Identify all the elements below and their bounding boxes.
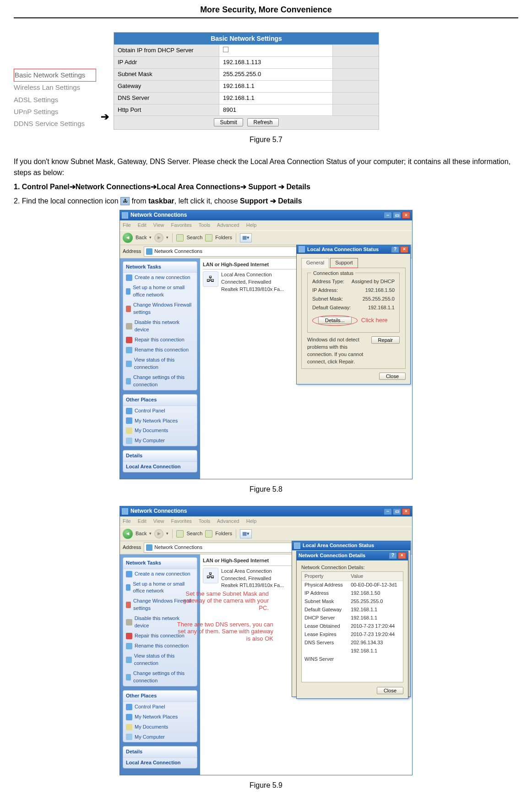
sidebar-item-basic-network[interactable]: Basic Network Settings xyxy=(14,69,96,82)
sidebar-item-wireless-lan[interactable]: Wireless Lan Settings xyxy=(14,82,96,93)
details-button[interactable]: Details... xyxy=(318,317,352,324)
tab-general[interactable]: General xyxy=(301,258,329,268)
other-network-places[interactable]: My Network Places xyxy=(123,416,197,426)
maximize-button[interactable]: ▭ xyxy=(393,508,401,515)
menu-favorites[interactable]: Favorites xyxy=(171,222,192,228)
menu-favorites[interactable]: Favorites xyxy=(171,518,192,524)
task-change-settings[interactable]: Change settings of this connection xyxy=(123,373,197,390)
other-places-header[interactable]: Other Places xyxy=(123,691,197,702)
menu-bar[interactable]: File Edit View Favorites Tools Advanced … xyxy=(120,220,412,230)
details-close-button[interactable]: Close xyxy=(377,687,403,694)
menu-advanced[interactable]: Advanced xyxy=(217,222,239,228)
back-button[interactable]: ◄ xyxy=(123,233,133,243)
row-dhcp-value[interactable] xyxy=(219,45,333,56)
task-change-firewall[interactable]: Change Windows Firewall settings xyxy=(123,300,197,318)
status-close-button[interactable]: Close xyxy=(379,373,406,380)
network-tasks-header[interactable]: Network Tasks xyxy=(123,262,197,273)
task-create-connection[interactable]: Create a new connection xyxy=(123,273,197,283)
other-control-panel[interactable]: Control Panel xyxy=(123,406,197,416)
menu-help[interactable]: Help xyxy=(246,518,257,524)
search-icon[interactable] xyxy=(176,234,184,241)
menu-file[interactable]: File xyxy=(123,222,131,228)
task-rename[interactable]: Rename this connection xyxy=(123,345,197,355)
row-mask-value[interactable]: 255.255.255.0 xyxy=(219,69,333,80)
task-create-connection[interactable]: Create a new connection xyxy=(123,569,197,579)
forward-button[interactable]: ► xyxy=(154,529,163,538)
views-button[interactable]: ▦▾ xyxy=(240,529,252,538)
menu-view[interactable]: View xyxy=(153,222,164,228)
maximize-button[interactable]: ▭ xyxy=(393,212,401,219)
task-disable-device[interactable]: Disable this network device xyxy=(123,614,197,631)
task-disable-device[interactable]: Disable this network device xyxy=(123,318,197,335)
menu-tools[interactable]: Tools xyxy=(199,518,211,524)
refresh-button[interactable]: Refresh xyxy=(247,118,278,126)
other-places-header[interactable]: Other Places xyxy=(123,395,197,406)
task-change-settings[interactable]: Change settings of this connection xyxy=(123,669,197,686)
back-dropdown[interactable]: ▾ xyxy=(149,531,152,537)
forward-dropdown[interactable]: ▾ xyxy=(166,531,168,537)
other-control-panel[interactable]: Control Panel xyxy=(123,702,197,712)
task-repair[interactable]: Repair this connection xyxy=(123,631,197,641)
other-network-places[interactable]: My Network Places xyxy=(123,712,197,722)
menu-view[interactable]: View xyxy=(153,518,164,524)
back-button[interactable]: ◄ xyxy=(123,529,133,539)
task-setup-home[interactable]: Set up a home or small office network xyxy=(123,579,197,597)
sidebar-item-adsl[interactable]: ADSL Settings xyxy=(14,94,96,106)
details-header[interactable]: Details xyxy=(123,746,197,758)
row-gw-value[interactable]: 192.168.1.1 xyxy=(219,81,333,92)
sidebar-item-ddns[interactable]: DDNS Service Settings xyxy=(14,118,96,130)
tab-support[interactable]: Support xyxy=(330,258,358,268)
other-my-documents[interactable]: My Documents xyxy=(123,722,197,732)
close-button[interactable]: × xyxy=(402,508,410,515)
menu-edit[interactable]: Edit xyxy=(138,222,147,228)
back-label[interactable]: Back xyxy=(136,234,147,241)
forward-dropdown[interactable]: ▾ xyxy=(166,235,168,241)
row-ip-value[interactable]: 192.168.1.113 xyxy=(219,57,333,68)
menu-tools[interactable]: Tools xyxy=(199,222,211,228)
task-setup-home[interactable]: Set up a home or small office network xyxy=(123,283,197,300)
row-port-value[interactable]: 8901 xyxy=(219,104,333,116)
menu-bar[interactable]: File Edit View Favorites Tools Advanced … xyxy=(120,516,412,527)
task-view-status[interactable]: View status of this connection xyxy=(123,355,197,373)
row-dns-value[interactable]: 192.168.1.1 xyxy=(219,93,333,104)
dhcp-checkbox[interactable] xyxy=(223,47,228,52)
back-label[interactable]: Back xyxy=(136,530,147,538)
window-titlebar[interactable]: Network Connections – ▭ × xyxy=(120,210,412,220)
col-value[interactable]: Value xyxy=(348,572,403,582)
folders-icon[interactable] xyxy=(205,530,212,538)
search-icon[interactable] xyxy=(176,530,184,538)
dialog-close-button[interactable]: × xyxy=(398,552,406,559)
other-my-computer[interactable]: My Computer xyxy=(123,732,197,742)
dialog-help-button[interactable]: ? xyxy=(391,246,399,253)
task-repair[interactable]: Repair this connection xyxy=(123,335,197,345)
search-label[interactable]: Search xyxy=(186,234,202,241)
task-rename[interactable]: Rename this connection xyxy=(123,641,197,651)
submit-button[interactable]: Submit xyxy=(214,118,243,126)
back-dropdown[interactable]: ▾ xyxy=(149,235,152,241)
repair-button[interactable]: Repair xyxy=(371,336,400,344)
folders-icon[interactable] xyxy=(205,234,212,241)
menu-advanced[interactable]: Advanced xyxy=(217,518,239,524)
other-my-documents[interactable]: My Documents xyxy=(123,426,197,436)
dialog-close-button[interactable]: × xyxy=(400,246,408,253)
sidebar-item-upnp[interactable]: UPnP Settings xyxy=(14,106,96,118)
other-my-computer[interactable]: My Computer xyxy=(123,436,197,446)
details-header[interactable]: Details xyxy=(123,450,197,462)
forward-button[interactable]: ► xyxy=(154,233,163,242)
col-property[interactable]: Property xyxy=(302,572,348,582)
folders-label[interactable]: Folders xyxy=(215,530,232,538)
close-button[interactable]: × xyxy=(402,212,410,219)
task-view-status[interactable]: View status of this connection xyxy=(123,651,197,669)
menu-help[interactable]: Help xyxy=(246,222,257,228)
views-button[interactable]: ▦▾ xyxy=(240,233,252,242)
search-label[interactable]: Search xyxy=(186,530,202,538)
minimize-button[interactable]: – xyxy=(384,212,392,219)
folders-label[interactable]: Folders xyxy=(215,234,232,241)
menu-edit[interactable]: Edit xyxy=(138,518,147,524)
dialog-help-button[interactable]: ? xyxy=(389,552,397,559)
minimize-button[interactable]: – xyxy=(384,508,392,515)
menu-file[interactable]: File xyxy=(123,518,131,524)
window-titlebar[interactable]: Network Connections – ▭ × xyxy=(120,506,412,516)
task-change-firewall[interactable]: Change Windows Firewall settings xyxy=(123,596,197,614)
network-tasks-header[interactable]: Network Tasks xyxy=(123,558,197,569)
